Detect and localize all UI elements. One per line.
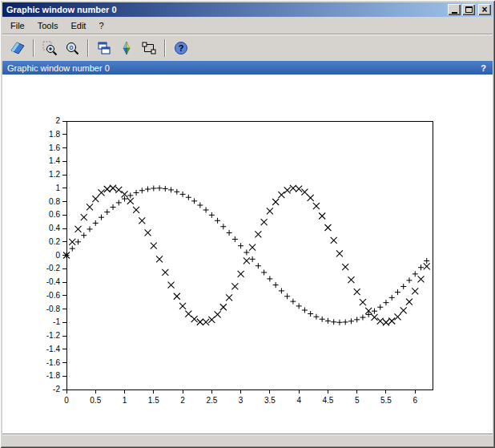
title-bar[interactable]: Graphic window number 0 × <box>2 2 493 17</box>
svg-text:-1.6: -1.6 <box>46 358 61 367</box>
svg-text:1.5: 1.5 <box>148 396 159 405</box>
export-icon <box>10 40 26 56</box>
svg-text:0: 0 <box>70 44 74 51</box>
svg-text:1.6: 1.6 <box>49 143 60 152</box>
toolbar-separator <box>33 39 34 57</box>
maximize-button[interactable] <box>462 4 475 15</box>
infobar: Graphic window number 0 ? <box>2 61 493 75</box>
svg-text:-0.6: -0.6 <box>46 291 61 300</box>
svg-text:3.5: 3.5 <box>264 396 276 405</box>
svg-text:0: 0 <box>55 251 60 260</box>
svg-text:0.2: 0.2 <box>49 237 60 246</box>
toolbar-separator <box>87 39 89 57</box>
svg-text:1.4: 1.4 <box>49 156 60 165</box>
infobar-help-button[interactable]: ? <box>481 63 486 73</box>
graph-editor-icon <box>141 40 157 56</box>
toolbar: 0 <box>2 34 493 61</box>
help-button[interactable]: ? <box>170 37 192 59</box>
chart: 21.81.61.41.210.80.60.40.20-0.2-0.4-0.6-… <box>2 75 493 434</box>
zoom-area-button[interactable] <box>38 37 61 59</box>
window-title: Graphic window number 0 <box>6 5 446 14</box>
svg-text:0.6: 0.6 <box>49 210 60 219</box>
menu-file[interactable]: File <box>4 18 31 33</box>
maximize-icon <box>465 6 473 13</box>
minimize-button[interactable] <box>448 4 461 15</box>
svg-text:-1.4: -1.4 <box>46 345 61 353</box>
svg-text:2: 2 <box>180 396 185 405</box>
svg-text:2: 2 <box>55 116 60 125</box>
infobar-title: Graphic window number 0 <box>7 63 481 73</box>
original-view-icon <box>96 40 112 56</box>
toolbar-separator <box>164 39 166 57</box>
rotation-button[interactable] <box>115 37 138 59</box>
unzoom-icon: 0 <box>64 40 80 56</box>
menu-edit[interactable]: Edit <box>64 18 92 33</box>
svg-text:1: 1 <box>123 396 127 405</box>
graphic-window: Graphic window number 0 × File Tools Edi… <box>0 0 495 448</box>
plot-canvas: 21.81.61.41.210.80.60.40.20-0.2-0.4-0.6-… <box>2 75 493 434</box>
svg-text:-1: -1 <box>53 317 60 326</box>
svg-text:0: 0 <box>64 396 69 405</box>
help-icon: ? <box>173 40 189 56</box>
svg-text:-2: -2 <box>53 385 60 394</box>
minimize-icon <box>452 12 457 14</box>
svg-text:2.5: 2.5 <box>206 396 217 405</box>
original-view-button[interactable] <box>93 37 115 59</box>
svg-text:5: 5 <box>355 396 360 405</box>
svg-text:0.5: 0.5 <box>90 396 101 405</box>
svg-text:4.5: 4.5 <box>322 396 333 405</box>
svg-text:-1.8: -1.8 <box>46 371 61 380</box>
svg-text:6: 6 <box>412 396 417 405</box>
menu-tools[interactable]: Tools <box>31 18 65 33</box>
svg-text:0.4: 0.4 <box>49 224 60 232</box>
svg-text:4: 4 <box>296 396 301 405</box>
close-icon: × <box>481 6 487 14</box>
rotation-icon <box>119 40 135 56</box>
status-bar <box>2 434 493 446</box>
svg-text:1: 1 <box>55 184 60 192</box>
svg-text:-0.4: -0.4 <box>46 277 61 286</box>
svg-text:-1.2: -1.2 <box>46 331 61 340</box>
svg-text:-0.2: -0.2 <box>46 264 61 272</box>
svg-text:3: 3 <box>239 396 243 405</box>
svg-text:1.8: 1.8 <box>49 130 60 139</box>
svg-text:?: ? <box>179 43 184 53</box>
svg-text:-0.8: -0.8 <box>46 305 61 313</box>
menu-bar: File Tools Edit ? <box>2 17 493 34</box>
svg-text:1.2: 1.2 <box>49 170 60 179</box>
close-button[interactable]: × <box>478 4 491 15</box>
svg-text:0.8: 0.8 <box>49 197 60 206</box>
svg-text:5.5: 5.5 <box>380 396 392 405</box>
unzoom-button[interactable]: 0 <box>61 37 83 59</box>
ged-button[interactable] <box>138 37 160 59</box>
menu-help[interactable]: ? <box>92 18 110 33</box>
zoom-area-icon <box>42 40 58 56</box>
export-button[interactable] <box>6 37 29 59</box>
